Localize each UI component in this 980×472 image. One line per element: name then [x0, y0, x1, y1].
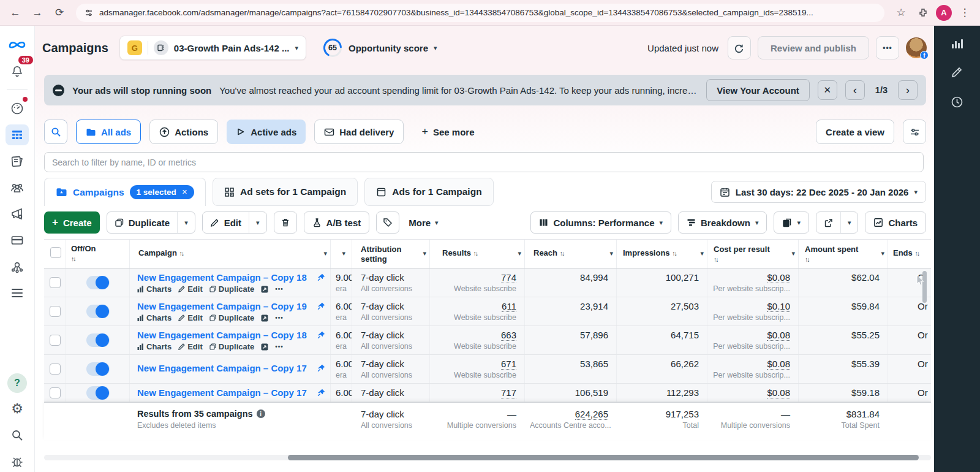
- row-edit-action[interactable]: Edit: [178, 284, 203, 294]
- row-duplicate-action[interactable]: Duplicate: [209, 342, 255, 351]
- row-more-action[interactable]: •••: [275, 286, 284, 292]
- filter-actions[interactable]: Actions: [149, 120, 218, 144]
- back-icon[interactable]: ←: [6, 4, 24, 22]
- filter-see-more[interactable]: + See more: [412, 120, 483, 144]
- insights-chart-icon[interactable]: [951, 37, 964, 50]
- more-button[interactable]: More▾: [406, 218, 440, 228]
- ab-test-button[interactable]: A/B test: [304, 211, 370, 234]
- history-clock-icon[interactable]: [951, 96, 964, 109]
- table-search-input[interactable]: Search to filter by name, ID or metrics: [44, 152, 924, 172]
- ads-megaphone-icon[interactable]: [6, 204, 29, 224]
- campaigns-table-icon[interactable]: [6, 124, 29, 145]
- header-attribution[interactable]: Attribution setting▾: [352, 240, 430, 268]
- duplicate-button[interactable]: Duplicate: [107, 212, 178, 233]
- row-duplicate-action[interactable]: Duplicate: [209, 313, 255, 322]
- campaign-toggle[interactable]: [86, 386, 110, 400]
- tab-campaigns[interactable]: Campaigns 1 selected ✕: [44, 178, 206, 206]
- date-range-selector[interactable]: Last 30 days: 22 Dec 2025 - 20 Jan 2026 …: [711, 181, 926, 203]
- bookmark-star-icon[interactable]: ☆: [892, 4, 910, 22]
- row-charts-action[interactable]: Charts: [137, 342, 172, 351]
- banner-next-icon[interactable]: ›: [898, 80, 918, 100]
- export-button[interactable]: [816, 212, 840, 233]
- edit-pencil-icon[interactable]: [951, 66, 964, 80]
- banner-close-icon[interactable]: ✕: [818, 80, 837, 100]
- row-edit-action[interactable]: Edit: [178, 342, 203, 351]
- columns-button[interactable]: Columns: Performance▾: [530, 211, 671, 234]
- address-bar[interactable]: adsmanager.facebook.com/adsmanager/manag…: [76, 4, 884, 22]
- row-checkbox[interactable]: [50, 306, 61, 317]
- row-charts-action[interactable]: Charts: [137, 313, 172, 322]
- browser-profile-avatar[interactable]: A: [936, 5, 952, 21]
- refresh-button[interactable]: [728, 36, 751, 59]
- assets-network-icon[interactable]: [6, 256, 29, 277]
- filter-search-button[interactable]: [44, 120, 67, 144]
- header-campaign[interactable]: Campaign ↑↓▾: [130, 240, 331, 268]
- header-cost-per-result[interactable]: Cost per result↑↓▾: [707, 240, 799, 268]
- campaign-filter-icon[interactable]: ▾: [323, 249, 327, 258]
- row-pixel-action[interactable]: [261, 286, 268, 293]
- create-button[interactable]: +Create: [44, 211, 100, 234]
- campaign-toggle[interactable]: [86, 333, 110, 347]
- browser-menu-icon[interactable]: ⋮: [956, 4, 974, 22]
- horizontal-scrollbar-thumb[interactable]: [288, 455, 919, 460]
- filter-all-ads[interactable]: All ads: [76, 120, 141, 144]
- selected-count-badge[interactable]: 1 selected ✕: [130, 185, 195, 199]
- campaign-name-link[interactable]: New Engagement Campaign – Copy 18: [137, 272, 314, 283]
- row-checkbox[interactable]: [50, 277, 61, 288]
- settings-gear-icon[interactable]: ⚙: [6, 398, 29, 419]
- notifications-bell-icon[interactable]: 39: [6, 61, 29, 82]
- row-charts-action[interactable]: Charts: [137, 284, 172, 294]
- tag-button[interactable]: [376, 211, 399, 234]
- select-all-checkbox[interactable]: [50, 247, 61, 258]
- row-more-action[interactable]: •••: [275, 314, 284, 321]
- row-checkbox[interactable]: [50, 335, 61, 346]
- site-info-icon[interactable]: [85, 9, 93, 17]
- view-account-button[interactable]: View Your Account: [706, 79, 809, 101]
- report-bug-icon[interactable]: [6, 451, 29, 472]
- edit-dropdown-icon[interactable]: ▾: [249, 212, 266, 233]
- campaign-name-link[interactable]: New Engagement Campaign – Copy 17: [137, 387, 314, 398]
- opportunity-score[interactable]: 65 Opportunity score ▾: [322, 37, 437, 58]
- edit-button[interactable]: Edit: [203, 212, 249, 233]
- charts-button[interactable]: Charts: [865, 211, 926, 234]
- row-pixel-action[interactable]: [261, 343, 268, 351]
- row-pixel-action[interactable]: [261, 314, 268, 322]
- row-duplicate-action[interactable]: Duplicate: [209, 284, 255, 294]
- extensions-icon[interactable]: [914, 4, 932, 22]
- campaign-name-link[interactable]: New Engagement Campaign – Copy 17: [137, 363, 314, 373]
- row-edit-action[interactable]: Edit: [178, 313, 203, 322]
- header-results[interactable]: Results ↑↓▾: [430, 240, 525, 268]
- header-amount-spent[interactable]: Amount spent↑↓▾: [799, 240, 888, 268]
- campaign-toggle[interactable]: [86, 276, 110, 289]
- tab-adsets[interactable]: Ad sets for 1 Campaign: [213, 178, 358, 206]
- campaign-toggle[interactable]: [86, 305, 110, 318]
- campaign-toggle[interactable]: [86, 362, 110, 376]
- campaign-name-link[interactable]: New Engagement Campaign – Copy 18: [137, 330, 314, 340]
- forward-icon[interactable]: →: [28, 4, 47, 22]
- duplicate-dropdown-icon[interactable]: ▾: [177, 212, 195, 233]
- view-settings-button[interactable]: [903, 120, 926, 144]
- meta-logo[interactable]: [6, 34, 29, 55]
- reload-icon[interactable]: ⟳: [50, 4, 69, 22]
- ad-account-selector[interactable]: G 03-Growth Pain Ads-142 ... ▾: [119, 36, 306, 60]
- banner-prev-icon[interactable]: ‹: [845, 80, 865, 100]
- review-publish-button[interactable]: Review and publish: [758, 36, 869, 59]
- export-dropdown-icon[interactable]: ▾: [840, 212, 858, 233]
- header-reach[interactable]: Reach ↑↓▾: [525, 240, 617, 268]
- reports-pages-icon[interactable]: [6, 151, 29, 172]
- row-more-action[interactable]: •••: [275, 343, 284, 350]
- filter-active-ads[interactable]: Active ads: [227, 120, 306, 144]
- search-tool-icon[interactable]: [6, 425, 29, 446]
- header-off-on[interactable]: Off/On↑↓: [66, 240, 130, 268]
- help-icon[interactable]: ?: [7, 373, 27, 393]
- delete-button[interactable]: [274, 211, 297, 234]
- breakdown-button[interactable]: Breakdown▾: [678, 211, 767, 234]
- all-tools-menu-icon[interactable]: [6, 283, 29, 303]
- header-ends[interactable]: Ends ↑↓: [888, 240, 931, 268]
- more-options-button[interactable]: •••: [876, 36, 899, 59]
- row-checkbox[interactable]: [50, 387, 61, 398]
- info-icon[interactable]: i: [257, 409, 265, 418]
- billing-card-icon[interactable]: [6, 230, 29, 251]
- header-budget-truncated[interactable]: ▾: [331, 240, 352, 268]
- audiences-people-icon[interactable]: [6, 177, 29, 198]
